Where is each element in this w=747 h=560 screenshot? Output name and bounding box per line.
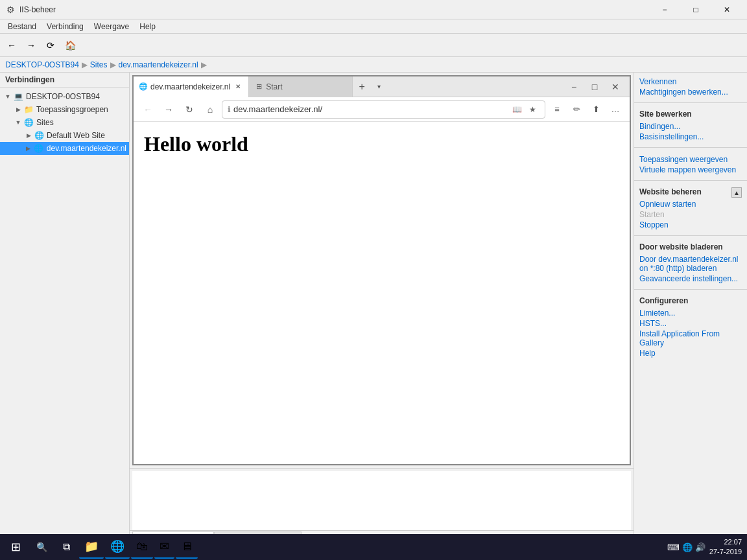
browser-tab-dev[interactable]: 🌐 dev.maartendekeizer.nl ✕: [134, 76, 249, 97]
icon-store: 🛍: [136, 540, 148, 554]
label-toepassingen: Toepassingsgroepen: [36, 105, 108, 114]
back-button[interactable]: ←: [139, 100, 157, 119]
divider-1: [634, 102, 747, 103]
menu-help[interactable]: Help: [134, 21, 161, 32]
refresh-button[interactable]: ↻: [180, 100, 198, 119]
link-geavanceerde-instellingen[interactable]: Geavanceerde instellingen...: [639, 274, 742, 284]
expander-sites: ▼: [13, 117, 23, 128]
title-bladeren: Door website bladeren: [639, 242, 742, 251]
maximize-button[interactable]: □: [681, 0, 711, 19]
tree-item-desktop[interactable]: ▼ 💻 DESKTOP-0OSTB94: [0, 90, 129, 103]
link-bindingen[interactable]: Bindingen...: [639, 121, 742, 132]
taskbar-clock[interactable]: 22:07 27-7-2019: [707, 535, 744, 559]
more-button[interactable]: …: [606, 100, 624, 119]
forward-button[interactable]: →: [160, 100, 178, 119]
network-icon: 🌐: [682, 542, 693, 552]
toolbar-refresh-button[interactable]: ⟳: [42, 36, 60, 54]
collapse-website-beheren[interactable]: ▲: [731, 187, 742, 198]
menu-bestand[interactable]: Bestand: [3, 21, 42, 32]
reading-list-button[interactable]: ≡: [548, 100, 566, 119]
browser-maximize-button[interactable]: □: [586, 78, 604, 96]
link-limieten[interactable]: Limieten...: [639, 308, 742, 318]
expander-dev: ▶: [23, 143, 34, 154]
clock-display: 22:07 27-7-2019: [709, 537, 742, 557]
link-stoppen[interactable]: Stoppen: [639, 220, 742, 230]
favorites-icon[interactable]: ★: [525, 102, 540, 117]
tab-favicon-dev: 🌐: [139, 82, 148, 91]
link-install-app-gallery[interactable]: Install Application From Gallery: [639, 329, 742, 348]
link-opnieuw-starten[interactable]: Opnieuw starten: [639, 199, 742, 209]
taskbar-app-store[interactable]: 🛍: [131, 535, 153, 559]
tree-item-toepassingen[interactable]: ▶ 📁 Toepassingsgroepen: [0, 103, 129, 116]
link-virtuele-mappen[interactable]: Virtuele mappen weergeven: [639, 165, 742, 175]
divider-3: [634, 180, 747, 181]
tab-label-start: Start: [266, 82, 282, 91]
label-dev: dev.maartendekeizer.nl: [47, 144, 126, 153]
link-basisinstellingen[interactable]: Basisinstellingen...: [639, 132, 742, 142]
expander-default: ▶: [23, 130, 34, 141]
address-input-wrapper[interactable]: ℹ 📖 ★: [222, 100, 545, 119]
taskbar-app-explorer[interactable]: 📁: [79, 535, 104, 559]
left-panel: Verbindingen ▼ 💻 DESKTOP-0OSTB94 ▶ 📁 Toe…: [0, 73, 130, 546]
link-machtigingen[interactable]: Machtigingen bewerken...: [639, 87, 742, 97]
tab-close-dev[interactable]: ✕: [233, 82, 243, 92]
taskbar: ⊞ 🔍 ⧉ 📁 🌐 🛍 ✉ 🖥 ⌨ 🌐 🔊 22:07 27-7-2019: [0, 534, 747, 560]
task-view-button[interactable]: ⧉: [54, 535, 78, 559]
clock-date: 27-7-2019: [709, 547, 742, 557]
taskbar-app-mail[interactable]: ✉: [154, 535, 174, 559]
toolbar-back-button[interactable]: ←: [3, 36, 21, 54]
notes-button[interactable]: ✏: [567, 100, 586, 119]
link-hsts[interactable]: HSTS...: [639, 318, 742, 329]
volume-icon: 🔊: [695, 542, 706, 552]
divider-2: [634, 147, 747, 148]
breadcrumb-root[interactable]: DESKTOP-0OSTB94: [5, 60, 79, 69]
browser-minimize-button[interactable]: −: [565, 78, 583, 96]
home-button[interactable]: ⌂: [201, 100, 219, 119]
share-button[interactable]: ⬆: [587, 100, 605, 119]
link-starten: Starten: [639, 209, 742, 220]
tree-item-dev[interactable]: ▶ 🌐 dev.maartendekeizer.nl: [0, 142, 129, 155]
tab-favicon-start: ⊞: [254, 82, 263, 91]
browser-window-controls: − □ ✕: [565, 78, 630, 96]
toolbar-home-button[interactable]: 🏠: [61, 36, 79, 54]
title-website-beheren: Website beheren ▲: [639, 187, 742, 196]
start-button[interactable]: ⊞: [3, 535, 29, 559]
breadcrumb-sep-2: ▶: [110, 60, 116, 69]
icon-default: 🌐: [34, 130, 44, 141]
close-button[interactable]: ✕: [712, 0, 742, 19]
app-icon: ⚙: [5, 5, 16, 15]
address-input[interactable]: [233, 104, 507, 114]
taskbar-app-ie[interactable]: 🌐: [105, 535, 130, 559]
link-toepassingen-weergeven[interactable]: Toepassingen weergeven: [639, 154, 742, 165]
expander-toepassingen: ▶: [13, 104, 23, 115]
bottom-content: [132, 471, 631, 530]
minimize-button[interactable]: −: [650, 0, 680, 19]
title-site-bewerken: Site bewerken: [639, 110, 742, 119]
link-bladeren-http[interactable]: Door dev.maartendekeizer.nl on *:80 (htt…: [639, 254, 742, 274]
reading-view-icon[interactable]: 📖: [510, 102, 524, 117]
address-icons: 📖 ★: [510, 102, 540, 117]
divider-5: [634, 289, 747, 290]
menu-weergave[interactable]: Weergave: [89, 21, 134, 32]
tree-item-sites[interactable]: ▼ 🌐 Sites: [0, 116, 129, 129]
new-tab-button[interactable]: +: [353, 78, 371, 96]
connections-header: Verbindingen: [0, 73, 129, 88]
taskbar-app-iis[interactable]: 🖥: [176, 535, 198, 559]
breadcrumb-sites[interactable]: Sites: [90, 60, 108, 69]
search-button[interactable]: 🔍: [30, 535, 53, 559]
tree-item-default[interactable]: ▶ 🌐 Default Web Site: [0, 129, 129, 142]
toolbar-forward-button[interactable]: →: [22, 36, 40, 54]
icon-iis: 🖥: [181, 540, 193, 554]
link-help[interactable]: Help: [639, 348, 742, 358]
title-bar-controls: − □ ✕: [650, 0, 742, 19]
link-verkennen[interactable]: Verkennen: [639, 76, 742, 87]
keyboard-icon: ⌨: [667, 542, 680, 552]
icon-explorer: 📁: [84, 539, 99, 554]
browser-close-button[interactable]: ✕: [606, 78, 624, 96]
breadcrumb-site[interactable]: dev.maartendekeizer.nl: [119, 60, 198, 69]
icon-sites: 🌐: [23, 117, 34, 128]
browser-tab-start[interactable]: ⊞ Start: [249, 76, 353, 97]
tab-overflow-button[interactable]: ▾: [371, 78, 386, 96]
section-bladeren: Door website bladeren Door dev.maartende…: [634, 239, 747, 286]
menu-verbinding[interactable]: Verbinding: [42, 21, 89, 32]
